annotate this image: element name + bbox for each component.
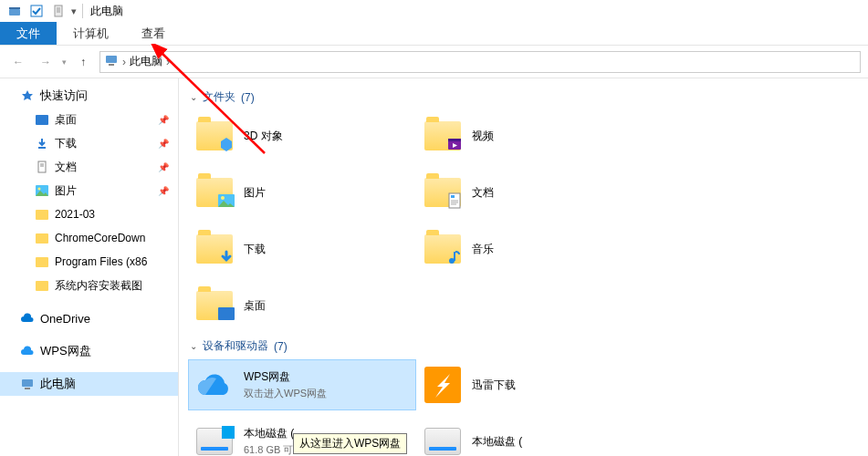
svg-rect-25 [451,195,455,198]
svg-rect-17 [25,388,30,389]
checkbox-icon[interactable] [29,4,44,18]
svg-rect-1 [9,7,20,9]
sidebar-wps[interactable]: WPS网盘 [0,339,178,363]
sidebar-quick-access[interactable]: 快速访问 [0,84,178,108]
item-label: 音乐 [472,242,494,257]
sidebar-item-label: ChromeCoreDown [55,232,145,244]
qat-dropdown[interactable]: ▾ [71,5,77,17]
folder-3d-objects[interactable]: 3D 对象 [188,110,416,161]
folder-icon [35,207,49,222]
folder-desktop[interactable]: 桌面 [188,280,416,331]
main-area: 快速访问 桌面 📌 下载 📌 文档 📌 图片 📌 2021-03 C [0,78,868,456]
svg-rect-11 [38,161,46,172]
sidebar-item-folder[interactable]: ChromeCoreDown [0,226,178,250]
svg-rect-30 [454,252,455,261]
sidebar-item-label: 桌面 [55,112,77,128]
svg-marker-18 [221,138,232,151]
address-bar[interactable]: › 此电脑 › [99,51,861,73]
picture-icon [35,183,49,198]
cloud-icon [194,365,235,405]
window-title: 此电脑 [90,4,123,19]
group-header-drives[interactable]: ⌄ 设备和驱动器 (7) [190,338,859,354]
group-header-folders[interactable]: ⌄ 文件夹 (7) [190,89,859,105]
folder-downloads[interactable]: 下载 [188,223,416,275]
caret-down-icon: ⌄ [190,341,197,351]
tooltip: 从这里进入WPS网盘 [293,433,407,454]
properties-icon[interactable] [51,4,66,18]
sidebar-item-documents[interactable]: 文档 📌 [0,155,178,179]
sidebar-item-folder[interactable]: 2021-03 [0,202,178,226]
tab-view[interactable]: 查看 [125,22,182,45]
folder-icon [194,285,235,326]
group-count: (7) [274,340,288,353]
pin-icon: 📌 [158,186,169,196]
svg-point-15 [38,188,41,191]
item-label: 桌面 [244,298,266,314]
caret-down-icon: ⌄ [190,92,197,102]
folder-icon [423,229,463,269]
folder-icon [194,172,235,212]
drives-grid: WPS网盘 双击进入WPS网盘 迅雷下载 本地磁盘 ( 61.8 GB 可 本地… [188,359,859,456]
document-icon [35,160,49,174]
item-label: WPS网盘 [244,369,327,385]
sidebar-item-downloads[interactable]: 下载 📌 [0,131,178,155]
nav-back[interactable]: ← [7,51,29,73]
sidebar-onedrive[interactable]: OneDrive [0,306,178,330]
item-sublabel: 双击进入WPS网盘 [244,387,327,400]
folder-icon [423,172,463,212]
drive-local[interactable]: 本地磁盘 ( [416,416,644,456]
cloud-icon [20,311,35,326]
folders-grid: 3D 对象 视频 图片 文档 下载 音乐 [188,110,859,331]
svg-point-23 [221,196,225,200]
svg-rect-9 [109,64,114,66]
desktop-icon [35,112,49,127]
sidebar-item-folder[interactable]: 系统内容安装截图 [0,274,178,297]
sidebar-label: OneDrive [40,312,90,326]
svg-rect-33 [222,426,235,439]
xunlei-icon [423,365,463,405]
system-menu-icon[interactable] [7,4,22,18]
drive-icon [423,421,463,456]
folder-music[interactable]: 音乐 [416,223,644,275]
navigation-pane: 快速访问 桌面 📌 下载 📌 文档 📌 图片 📌 2021-03 C [0,78,179,456]
pin-icon: 📌 [158,162,169,172]
drive-xunlei[interactable]: 迅雷下载 [416,359,644,410]
item-sublabel: 61.8 GB 可 [244,443,294,456]
nav-up[interactable]: ↑ [72,51,94,73]
sidebar-item-label: 系统内容安装截图 [55,278,142,294]
sidebar-item-pictures[interactable]: 图片 📌 [0,179,178,202]
sidebar-item-desktop[interactable]: 桌面 📌 [0,108,178,131]
chevron-right-icon[interactable]: › [122,56,126,68]
thispc-icon [104,53,119,70]
folder-icon [35,254,49,269]
folder-videos[interactable]: 视频 [416,110,644,161]
tab-file[interactable]: 文件 [0,22,57,45]
nav-history-dropdown[interactable]: ▾ [62,57,67,67]
sidebar-label: 此电脑 [40,376,76,392]
group-count: (7) [241,91,255,104]
svg-rect-3 [55,5,62,16]
svg-rect-16 [22,379,33,387]
navigation-bar: ← → ▾ ↑ › 此电脑 › [0,46,868,78]
item-label: 本地磁盘 ( [472,434,522,450]
svg-rect-8 [106,56,117,63]
svg-rect-31 [218,307,235,320]
sidebar-thispc[interactable]: 此电脑 [0,372,178,396]
breadcrumb-root[interactable]: 此电脑 [130,54,162,69]
drive-wps[interactable]: WPS网盘 双击进入WPS网盘 [188,359,416,410]
thispc-icon [20,377,35,391]
folder-documents[interactable]: 文档 [416,167,644,218]
svg-rect-2 [31,5,42,16]
item-label: 视频 [472,129,494,144]
sidebar-item-folder[interactable]: Program Files (x86 [0,250,178,274]
sidebar-item-label: 2021-03 [55,208,95,221]
item-label: 本地磁盘 ( [244,426,294,441]
folder-pictures[interactable]: 图片 [188,167,416,218]
chevron-right-icon[interactable]: › [166,56,170,68]
title-divider [82,4,83,18]
tab-computer[interactable]: 计算机 [57,22,125,45]
nav-forward[interactable]: → [35,51,57,73]
folder-icon [194,116,235,156]
folder-icon [423,116,463,156]
group-title: 文件夹 [203,89,235,105]
